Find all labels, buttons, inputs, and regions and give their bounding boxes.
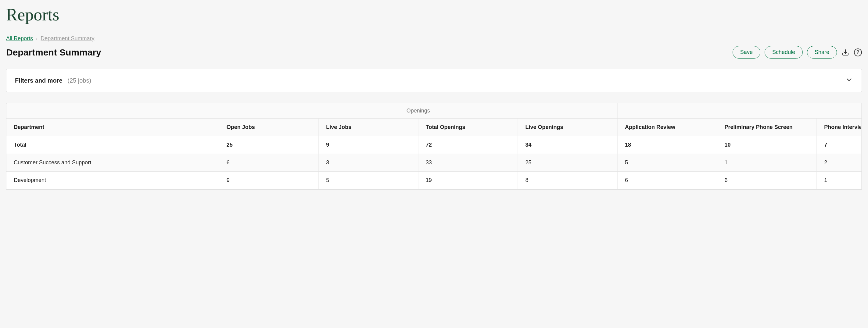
group-header-openings: Openings (219, 103, 617, 119)
group-header-stages (618, 103, 862, 119)
filters-label: Filters and more (15, 77, 63, 84)
cell-live-openings: 25 (518, 154, 618, 172)
cell-preliminary-phone: 10 (717, 136, 817, 154)
col-live-openings[interactable]: Live Openings (518, 119, 618, 136)
chevron-down-icon (845, 76, 853, 85)
cell-total-openings: 33 (418, 154, 518, 172)
breadcrumb: All Reports › Department Summary (6, 35, 862, 42)
cell-phone-interview: 1 (817, 172, 862, 189)
cell-department: Total (6, 136, 219, 154)
table-row[interactable]: Customer Success and Support 6 3 33 25 5… (6, 154, 862, 172)
filters-summary: Filters and more (25 jobs) (15, 77, 91, 84)
cell-open-jobs: 6 (219, 154, 319, 172)
action-bar: Save Schedule Share ? (733, 46, 862, 59)
cell-application-review: 18 (618, 136, 717, 154)
report-table-container: Openings Department Open Jobs Live Jobs … (6, 103, 862, 190)
breadcrumb-root-link[interactable]: All Reports (6, 35, 33, 42)
report-title: Department Summary (6, 47, 101, 58)
group-header-empty (6, 103, 219, 119)
cell-live-openings: 8 (518, 172, 618, 189)
page-title: Reports (6, 5, 862, 24)
breadcrumb-current: Department Summary (40, 35, 94, 42)
cell-total-openings: 19 (418, 172, 518, 189)
cell-live-openings: 34 (518, 136, 618, 154)
report-table: Openings Department Open Jobs Live Jobs … (6, 103, 862, 189)
cell-phone-interview: 7 (817, 136, 862, 154)
table-row[interactable]: Development 9 5 19 8 6 6 1 (6, 172, 862, 189)
cell-department: Development (6, 172, 219, 189)
help-button[interactable]: ? (854, 48, 862, 56)
col-phone-interview[interactable]: Phone Interview (817, 119, 862, 136)
download-button[interactable] (841, 48, 850, 57)
col-preliminary-phone[interactable]: Preliminary Phone Screen (717, 119, 817, 136)
col-department[interactable]: Department (6, 119, 219, 136)
col-live-jobs[interactable]: Live Jobs (319, 119, 418, 136)
download-icon (842, 49, 849, 56)
cell-phone-interview: 2 (817, 154, 862, 172)
schedule-button[interactable]: Schedule (765, 46, 803, 59)
cell-application-review: 5 (618, 154, 717, 172)
cell-live-jobs: 9 (319, 136, 418, 154)
save-button[interactable]: Save (733, 46, 760, 59)
cell-live-jobs: 5 (319, 172, 418, 189)
cell-open-jobs: 9 (219, 172, 319, 189)
filters-count: (25 jobs) (67, 77, 91, 84)
cell-department: Customer Success and Support (6, 154, 219, 172)
help-icon: ? (857, 50, 860, 55)
cell-preliminary-phone: 1 (717, 154, 817, 172)
filters-accordion[interactable]: Filters and more (25 jobs) (6, 69, 862, 92)
cell-open-jobs: 25 (219, 136, 319, 154)
col-application-review[interactable]: Application Review (618, 119, 717, 136)
cell-preliminary-phone: 6 (717, 172, 817, 189)
chevron-right-icon: › (36, 36, 37, 41)
cell-live-jobs: 3 (319, 154, 418, 172)
share-button[interactable]: Share (807, 46, 837, 59)
cell-total-openings: 72 (418, 136, 518, 154)
col-total-openings[interactable]: Total Openings (418, 119, 518, 136)
col-open-jobs[interactable]: Open Jobs (219, 119, 319, 136)
cell-application-review: 6 (618, 172, 717, 189)
table-row-total: Total 25 9 72 34 18 10 7 (6, 136, 862, 154)
